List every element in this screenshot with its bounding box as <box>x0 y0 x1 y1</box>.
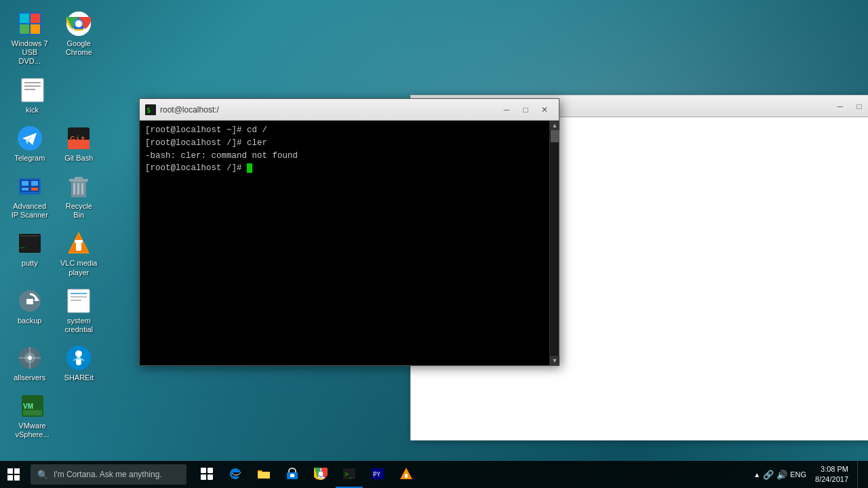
vmware-label: VMware vSphere... <box>10 422 54 439</box>
bg-minimize-button[interactable]: ─ <box>831 99 849 114</box>
chrome-desktop-label: Google Chrome <box>60 39 99 57</box>
desktop-icon-telegram[interactable]: Telegram <box>7 121 53 166</box>
start-button[interactable] <box>0 461 27 488</box>
taskbar-icon-chrome[interactable] <box>307 461 334 488</box>
telegram-label: Telegram <box>14 154 45 163</box>
git-bash-label: Git Bash <box>64 154 93 163</box>
svg-rect-71 <box>405 474 408 478</box>
desktop-icon-recycle-bin[interactable]: Recycle Bin <box>56 169 102 223</box>
system-credntial-label: system credntial <box>60 317 99 334</box>
recycle-bin-icon <box>65 173 92 200</box>
svg-rect-20 <box>31 181 38 186</box>
icon-row-7: allservers SHAREit <box>7 341 102 386</box>
allservers-label: allservers <box>14 373 45 382</box>
tray-chevron-icon[interactable]: ▲ <box>753 471 760 479</box>
svg-rect-22 <box>31 188 38 190</box>
svg-rect-56 <box>201 468 206 473</box>
desktop-icon-shareit[interactable]: SHAREit <box>56 341 102 386</box>
icon-row-5: _ putty VLC media player <box>7 226 102 280</box>
desktop-icon-vlc[interactable]: VLC media player <box>56 226 102 280</box>
svg-text:VM: VM <box>23 403 33 410</box>
vmware-icon: VM <box>19 392 46 420</box>
icon-row-6: backup system credntial <box>7 284 102 338</box>
putty-label: putty <box>22 259 38 268</box>
terminal-content[interactable]: [root@localhost ~]# cd / [root@localhost… <box>140 121 559 178</box>
cortana-search[interactable]: 🔍 I'm Cortana. Ask me anything. <box>31 464 186 485</box>
desktop-icon-putty[interactable]: _ putty <box>7 226 53 280</box>
svg-rect-9 <box>22 79 43 102</box>
terminal-close-button[interactable]: ✕ <box>536 102 553 117</box>
scrollbar-down-arrow[interactable]: ▼ <box>550 356 559 365</box>
bg-maximize-button[interactable]: □ <box>850 99 868 114</box>
svg-rect-19 <box>22 181 28 186</box>
svg-text:$: $ <box>146 106 151 114</box>
taskbar-right: ▲ 🔗 🔊 ENG 3:08 PM 8/24/2017 <box>753 461 868 488</box>
start-icon <box>7 468 20 481</box>
icon-row-1: Windows 7 USB DVD... Google Chrome <box>7 7 102 70</box>
terminal-controls: ─ □ ✕ <box>498 102 553 117</box>
desktop-icon-backup[interactable]: backup <box>7 284 53 338</box>
system-clock[interactable]: 3:08 PM 8/24/2017 <box>810 464 854 485</box>
taskbar-icon-vlc[interactable] <box>393 461 420 488</box>
desktop-icon-system-credntial[interactable]: system credntial <box>56 284 102 338</box>
terminal-scrollbar[interactable]: ▲ ▼ <box>549 121 559 365</box>
kick-label: kick <box>26 106 39 115</box>
svg-point-49 <box>75 350 82 357</box>
terminal-output: [root@localhost ~]# cd / [root@localhost… <box>145 124 545 175</box>
taskbar-icon-edge[interactable] <box>222 461 249 488</box>
scrollbar-up-arrow[interactable]: ▲ <box>550 121 559 130</box>
allservers-icon <box>16 344 43 371</box>
clock-time: 3:08 PM <box>815 464 848 474</box>
svg-rect-34 <box>76 241 81 251</box>
svg-point-8 <box>75 20 82 27</box>
recycle-bin-label: Recycle Bin <box>60 202 99 220</box>
icon-row-3: Telegram Git Git Bash <box>7 121 102 166</box>
shareit-label: SHAREit <box>64 373 94 382</box>
terminal-window[interactable]: $ root@localhost:/ ─ □ ✕ [root@localhost… <box>139 98 559 366</box>
svg-text:PY: PY <box>373 471 380 478</box>
desktop-icon-vmware[interactable]: VM VMware vSphere... <box>7 389 58 443</box>
kick-icon <box>19 77 46 104</box>
svg-rect-1 <box>20 14 29 23</box>
svg-point-65 <box>319 472 323 476</box>
svg-rect-35 <box>75 240 83 243</box>
git-bash-icon: Git <box>65 125 92 152</box>
tray-sound-icon[interactable]: 🔊 <box>776 470 787 480</box>
vlc-icon <box>65 230 92 257</box>
desktop-icon-kick[interactable]: kick <box>7 73 58 118</box>
svg-rect-3 <box>20 24 29 34</box>
desktop: Windows 7 USB DVD... Google Chrome <box>0 0 868 488</box>
backup-icon <box>16 287 43 314</box>
svg-rect-59 <box>208 474 213 480</box>
taskbar-icon-store[interactable] <box>279 461 306 488</box>
taskbar-icon-terminal[interactable]: >_ <box>336 461 363 488</box>
desktop-icon-chrome[interactable]: Google Chrome <box>56 7 102 70</box>
taskbar-pinned-icons: >_ PY <box>193 461 420 488</box>
svg-rect-39 <box>68 289 90 312</box>
show-desktop-button[interactable] <box>857 461 861 488</box>
svg-rect-57 <box>208 468 213 473</box>
svg-rect-16 <box>68 140 90 149</box>
svg-text:>_: >_ <box>344 470 353 479</box>
taskbar-icon-putty[interactable]: PY <box>364 461 391 488</box>
desktop-icon-advanced-ip[interactable]: Advanced IP Scanner <box>7 169 53 223</box>
tray-network-icon[interactable]: 🔗 <box>763 470 774 480</box>
taskbar-icon-task-view[interactable] <box>193 461 220 488</box>
svg-rect-2 <box>31 14 40 23</box>
search-placeholder-text: I'm Cortana. Ask me anything. <box>54 470 162 479</box>
terminal-title-text: root@localhost:/ <box>160 105 498 115</box>
terminal-maximize-button[interactable]: □ <box>517 102 534 117</box>
desktop-icon-allservers[interactable]: allservers <box>7 341 53 386</box>
bg-window-controls: ─ □ <box>831 99 868 114</box>
svg-rect-53 <box>23 410 42 415</box>
terminal-title-icon: $ <box>145 104 156 115</box>
system-tray-icons[interactable]: ▲ 🔗 🔊 ENG <box>753 470 806 480</box>
svg-rect-58 <box>201 474 206 480</box>
terminal-minimize-button[interactable]: ─ <box>498 102 515 117</box>
svg-rect-4 <box>31 24 40 34</box>
taskbar-icon-file-explorer[interactable] <box>250 461 277 488</box>
svg-rect-21 <box>22 188 28 190</box>
desktop-icon-git-bash[interactable]: Git Git Bash <box>56 121 102 166</box>
desktop-icon-windows-usb[interactable]: Windows 7 USB DVD... <box>7 7 53 70</box>
svg-rect-38 <box>26 299 33 304</box>
